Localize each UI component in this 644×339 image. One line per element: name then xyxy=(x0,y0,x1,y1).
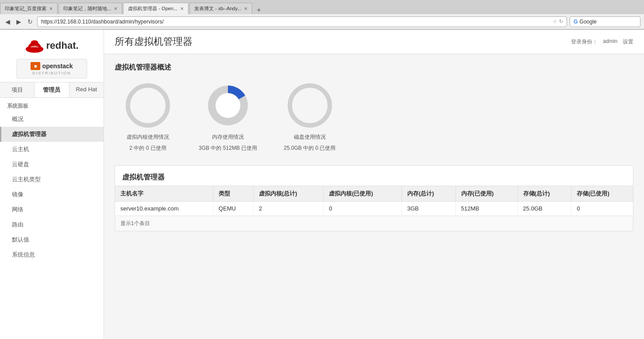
memory-chart-sublabel: 3GB 中的 512MB 已使用 xyxy=(199,144,257,152)
main-header: 所有虚拟机管理器 登录身份： admin 设置 xyxy=(104,30,644,54)
tab-2-title: 印象笔记，随时随地... xyxy=(63,5,111,12)
sidebar-item-hypervisors[interactable]: 虚拟机管理器 xyxy=(0,127,104,142)
tab-4[interactable]: 发表博文 - xb--Andy... ✕ xyxy=(189,3,252,14)
back-button[interactable]: ◀ xyxy=(4,17,12,26)
redhat-hat-icon xyxy=(25,37,44,55)
content-area: 虚拟机管理器概述 虚拟内核使用情况 2 中的 0 已使用 xyxy=(104,54,644,240)
app-layout: redhat. ■ openstack DISTRIBUTION 项目 管理员 … xyxy=(0,30,644,339)
tab-2-close[interactable]: ✕ xyxy=(114,6,117,11)
col-vcpu-total: 虚拟内核(总计) xyxy=(253,186,323,202)
page-title: 所有虚拟机管理器 xyxy=(115,35,193,48)
tab-3[interactable]: 虚拟机管理器 - Open... ✕ xyxy=(123,3,189,14)
sidebar-tab-admin[interactable]: 管理员 xyxy=(35,82,69,97)
table-row[interactable]: server10.example.com QEMU 2 0 3GB 512MB … xyxy=(115,202,633,216)
cell-storage-total: 25.0GB xyxy=(517,202,571,216)
disk-chart-sublabel: 25.0GB 中的 0 已使用 xyxy=(284,144,335,152)
cell-type: QEMU xyxy=(213,202,253,216)
svg-point-4 xyxy=(216,93,240,118)
redhat-brand-text: redhat. xyxy=(46,40,78,51)
bookmark-icon: ☆ xyxy=(553,19,557,24)
tab-3-close[interactable]: ✕ xyxy=(180,6,184,11)
svg-point-1 xyxy=(31,40,38,44)
settings-link[interactable]: 设置 xyxy=(623,38,633,46)
tab-2[interactable]: 印象笔记，随时随地... ✕ xyxy=(58,3,122,14)
table-header-row: 主机名字 类型 虚拟内核(总计) 虚拟内核(已使用) 内存(总计) 内存(已使用… xyxy=(115,186,633,202)
col-vcpu-used: 虚拟内核(已使用) xyxy=(324,186,402,202)
url-box[interactable]: https://192.168.0.110/dashboard/admin/hy… xyxy=(37,16,567,27)
col-mem-total: 内存(总计) xyxy=(402,186,456,202)
sidebar-item-sysinfo[interactable]: 系统信息 xyxy=(0,247,104,262)
sidebar-item-images[interactable]: 镜像 xyxy=(0,187,104,202)
overview-title: 虚拟机管理器概述 xyxy=(115,63,633,72)
disk-chart-item: 磁盘使用情况 25.0GB 中的 0 已使用 xyxy=(284,81,335,152)
overview-section: 虚拟机管理器概述 虚拟内核使用情况 2 中的 0 已使用 xyxy=(115,63,633,152)
cell-storage-used: 0 xyxy=(571,202,633,216)
vcpu-chart-sublabel: 2 中的 0 已使用 xyxy=(129,144,166,152)
sidebar-tab-redhat[interactable]: Red Hat xyxy=(69,82,104,97)
table-section: 虚拟机管理器 主机名字 类型 虚拟内核(总计) 虚拟内核(已使用) 内存(总计)… xyxy=(115,165,633,231)
url-icons: ☆ ↻ xyxy=(553,19,563,24)
memory-chart-label: 内存使用情况 xyxy=(212,133,244,141)
search-text: Google xyxy=(579,19,597,25)
url-text: https://192.168.0.110/dashboard/admin/hy… xyxy=(41,19,553,25)
search-box[interactable]: G Google xyxy=(570,16,640,27)
sidebar-tab-project[interactable]: 项目 xyxy=(0,82,35,97)
search-engine-logo: G xyxy=(574,19,578,25)
sidebar-item-routers[interactable]: 路由 xyxy=(0,217,104,232)
sidebar-item-networks[interactable]: 网络 xyxy=(0,202,104,217)
svg-point-5 xyxy=(290,86,330,125)
tab-1-title: 印象笔记_百度搜索 xyxy=(5,5,46,12)
col-storage-total: 存储(总计) xyxy=(517,186,571,202)
address-bar: ◀ ▶ ↻ https://192.168.0.110/dashboard/ad… xyxy=(0,14,644,29)
cell-host: server10.example.com xyxy=(115,202,213,216)
tab-4-title: 发表博文 - xb--Andy... xyxy=(194,5,241,12)
sidebar-item-defaults[interactable]: 默认值 xyxy=(0,232,104,247)
charts-row: 虚拟内核使用情况 2 中的 0 已使用 xyxy=(115,81,633,152)
openstack-brand: ■ openstack xyxy=(22,62,81,70)
svg-point-2 xyxy=(128,86,168,125)
disk-chart-label: 磁盘使用情况 xyxy=(294,133,326,141)
openstack-sub: DISTRIBUTION xyxy=(22,71,81,75)
redhat-logo: redhat. xyxy=(25,37,78,55)
cell-mem-used: 512MB xyxy=(455,202,517,216)
sidebar-logo: redhat. ■ openstack DISTRIBUTION xyxy=(0,30,104,82)
sidebar: redhat. ■ openstack DISTRIBUTION 项目 管理员 … xyxy=(0,30,104,339)
header-user-info: 登录身份： admin 设置 xyxy=(571,38,633,46)
col-storage-used: 存储(已使用) xyxy=(571,186,633,202)
col-host: 主机名字 xyxy=(115,186,213,202)
browser-chrome: 印象笔记_百度搜索 ✕ 印象笔记，随时随地... ✕ 虚拟机管理器 - Open… xyxy=(0,0,644,30)
tab-3-title: 虚拟机管理器 - Open... xyxy=(128,5,177,12)
user-link[interactable]: admin xyxy=(603,38,617,46)
memory-pie-chart xyxy=(204,81,252,130)
tab-1[interactable]: 印象笔记_百度搜索 ✕ xyxy=(0,3,58,14)
cell-vcpu-used: 0 xyxy=(324,202,402,216)
vcpu-chart-label: 虚拟内核使用情况 xyxy=(127,133,169,141)
main-content: 所有虚拟机管理器 登录身份： admin 设置 虚拟机管理器概述 虚拟内核使用情… xyxy=(104,30,644,339)
sidebar-item-instances[interactable]: 云主机 xyxy=(0,142,104,157)
new-tab-button[interactable]: + xyxy=(253,6,264,14)
sidebar-item-flavors[interactable]: 云主机类型 xyxy=(0,172,104,187)
tab-bar: 印象笔记_百度搜索 ✕ 印象笔记，随时随地... ✕ 虚拟机管理器 - Open… xyxy=(0,0,644,14)
cell-mem-total: 3GB xyxy=(402,202,456,216)
table-section-title: 虚拟机管理器 xyxy=(115,166,633,186)
reload-icon: ↻ xyxy=(559,19,563,24)
col-mem-used: 内存(已使用) xyxy=(455,186,517,202)
vcpu-pie-chart xyxy=(123,81,172,130)
table-footer: 显示1个条目 xyxy=(115,216,633,231)
disk-pie-chart xyxy=(285,81,334,130)
hypervisors-table: 主机名字 类型 虚拟内核(总计) 虚拟内核(已使用) 内存(总计) 内存(已使用… xyxy=(115,186,633,216)
tab-1-close[interactable]: ✕ xyxy=(49,6,53,11)
col-type: 类型 xyxy=(213,186,253,202)
sidebar-item-volumes[interactable]: 云硬盘 xyxy=(0,157,104,172)
openstack-name: openstack xyxy=(42,62,73,70)
memory-chart-item: 内存使用情况 3GB 中的 512MB 已使用 xyxy=(199,81,257,152)
sidebar-item-overview[interactable]: 概况 xyxy=(0,112,104,127)
sidebar-section-title: 系统面板 xyxy=(0,98,104,112)
openstack-icon: ■ xyxy=(31,62,40,70)
cell-vcpu-total: 2 xyxy=(253,202,323,216)
vcpu-chart-item: 虚拟内核使用情况 2 中的 0 已使用 xyxy=(123,81,172,152)
reload-button[interactable]: ↻ xyxy=(26,17,35,26)
openstack-logo-box: ■ openstack DISTRIBUTION xyxy=(16,59,87,78)
tab-4-close[interactable]: ✕ xyxy=(244,6,247,11)
forward-button[interactable]: ▶ xyxy=(15,17,23,26)
